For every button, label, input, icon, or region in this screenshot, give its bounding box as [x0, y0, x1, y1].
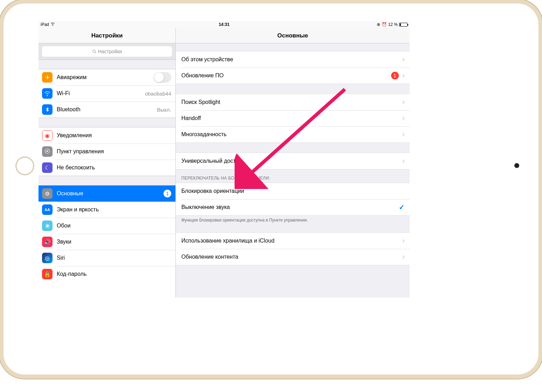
spacer — [39, 118, 175, 127]
cell-about[interactable]: Об этом устройстве › — [176, 51, 410, 68]
cell-label: Выключение звука — [181, 204, 399, 210]
chevron-right-icon: › — [402, 131, 405, 138]
device-label: iPad — [41, 22, 49, 27]
chevron-right-icon: › — [402, 157, 405, 165]
sidebar-title: Настройки — [39, 28, 175, 43]
sidebar-item-label: Siri — [57, 255, 171, 261]
lock-icon: 🔒 — [42, 269, 53, 279]
search-placeholder: Настройки — [98, 49, 122, 54]
group-accessibility: Универсальный доступ › — [176, 153, 410, 169]
cell-label: Обновление контента — [181, 254, 402, 260]
clock: 14:31 — [219, 22, 230, 27]
cell-label: Обновление ПО — [181, 72, 391, 79]
sidebar-item-wallpaper[interactable]: ❀ Обои — [39, 218, 175, 234]
cell-label: Блокировка ориентации — [181, 188, 405, 194]
bluetooth-icon — [42, 104, 53, 115]
sidebar-item-label: Звуки — [57, 239, 171, 245]
ipad-frame: iPad 14:31 ⊗ ⏰ 12 % Настройки Нас — [4, 4, 538, 374]
bluetooth-value: Выкл. — [157, 107, 171, 113]
spacer — [39, 59, 175, 69]
detail-scroll[interactable]: Об этом устройстве › Обновление ПО 1 › П… — [176, 43, 410, 298]
sidebar-item-notifications[interactable]: ◉ Уведомления — [39, 127, 175, 144]
cell-label: Многозадачность — [181, 131, 402, 138]
airplane-icon: ✈ — [42, 72, 53, 83]
checkmark-icon: ✓ — [399, 203, 405, 211]
cell-storage-icloud[interactable]: Использование хранилища и iCloud › — [176, 233, 410, 249]
chevron-right-icon: › — [402, 56, 405, 63]
cell-handoff[interactable]: Handoff › — [176, 110, 410, 126]
battery-icon — [399, 23, 408, 27]
sidebar-item-wifi[interactable]: Wi-Fi obaobab44 — [39, 85, 175, 102]
search-icon — [92, 49, 97, 54]
sidebar-item-label: Авиарежим — [57, 74, 154, 80]
cell-accessibility[interactable]: Универсальный доступ › — [176, 153, 410, 169]
battery-text: 12 % — [388, 22, 398, 27]
sidebar-item-label: Обои — [57, 223, 171, 229]
sidebar-item-passcode[interactable]: 🔒 Код-пароль — [39, 266, 175, 282]
sidebar-item-sounds[interactable]: 🔊 Звуки — [39, 234, 175, 250]
cell-background-refresh[interactable]: Обновление контента › — [176, 249, 410, 265]
sidebar-item-label: Уведомления — [57, 132, 171, 139]
front-camera — [514, 163, 519, 168]
sidebar-item-airplane[interactable]: ✈ Авиарежим — [39, 69, 175, 85]
sidebar-item-label: Не беспокоить — [57, 164, 171, 171]
badge: 1 — [164, 190, 171, 197]
cell-label: Handoff — [181, 115, 402, 121]
dnd-icon: ☾ — [42, 162, 53, 173]
sidebar-item-label: Bluetooth — [57, 106, 157, 113]
screen: iPad 14:31 ⊗ ⏰ 12 % Настройки Нас — [39, 21, 410, 298]
detail-title: Основные — [176, 28, 410, 43]
cell-software-update[interactable]: Обновление ПО 1 › — [176, 68, 410, 84]
sidebar-item-label: Экран и яркость — [57, 206, 171, 213]
badge: 1 — [391, 72, 399, 79]
orientation-lock-icon: ⊗ — [377, 22, 380, 27]
cell-label: Об этом устройстве — [181, 56, 402, 63]
cell-multitasking[interactable]: Многозадачность › — [176, 126, 410, 142]
cell-mute[interactable]: Выключение звука ✓ — [176, 199, 410, 215]
sidebar-item-label: Пункт управления — [57, 148, 171, 155]
cell-label: Использование хранилища и iCloud — [181, 238, 402, 244]
airplane-toggle[interactable] — [154, 72, 171, 83]
group-spotlight: Поиск Spotlight › Handoff › Многозадачно… — [176, 94, 410, 143]
sidebar-item-display[interactable]: AA Экран и яркость — [39, 202, 175, 218]
control-center-icon: ⦿ — [42, 146, 53, 157]
sidebar-item-bluetooth[interactable]: Bluetooth Выкл. — [39, 102, 175, 118]
sidebar-item-general[interactable]: ⚙ Основные 1 — [39, 186, 175, 202]
wallpaper-icon: ❀ — [42, 220, 53, 231]
chevron-right-icon: › — [402, 237, 405, 245]
search-wrap: Настройки — [39, 43, 175, 59]
alarm-icon: ⏰ — [382, 22, 387, 27]
cell-spotlight[interactable]: Поиск Spotlight › — [176, 94, 410, 110]
chevron-right-icon: › — [402, 253, 405, 261]
sidebar-item-label: Основные — [57, 190, 164, 197]
wifi-icon — [50, 22, 55, 27]
chevron-right-icon: › — [402, 72, 405, 79]
sidebar-item-label: Wi-Fi — [57, 90, 145, 97]
notifications-icon: ◉ — [42, 130, 53, 141]
status-bar: iPad 14:31 ⊗ ⏰ 12 % — [39, 21, 410, 28]
sidebar: Настройки Настройки ✈ Авиарежим Wi-Fi — [39, 28, 176, 298]
gear-icon: ⚙ — [42, 188, 53, 199]
chevron-right-icon: › — [402, 114, 405, 122]
wifi-icon — [42, 88, 53, 99]
group-label: ПЕРЕКЛЮЧАТЕЛЬ НА БОКОВОЙ ПАНЕЛИ: — [176, 169, 410, 183]
sidebar-item-dnd[interactable]: ☾ Не беспокоить — [39, 160, 175, 176]
group-about: Об этом устройстве › Обновление ПО 1 › — [176, 51, 410, 84]
spacer — [39, 176, 175, 186]
sidebar-item-siri[interactable]: ◎ Siri — [39, 250, 175, 266]
group-side-switch: Блокировка ориентации Выключение звука ✓ — [176, 183, 410, 216]
chevron-right-icon: › — [402, 98, 405, 106]
group-storage: Использование хранилища и iCloud › Обнов… — [176, 232, 410, 265]
sidebar-item-label: Код-пароль — [57, 271, 171, 277]
siri-icon: ◎ — [42, 253, 53, 263]
cell-lock-rotation[interactable]: Блокировка ориентации — [176, 183, 410, 199]
display-icon: AA — [42, 204, 53, 215]
cell-label: Универсальный доступ — [181, 158, 402, 164]
sidebar-item-control-center[interactable]: ⦿ Пункт управления — [39, 144, 175, 160]
cell-label: Поиск Spotlight — [181, 99, 402, 105]
search-input[interactable]: Настройки — [42, 46, 172, 57]
sounds-icon: 🔊 — [42, 237, 53, 247]
detail-panel: Основные Об этом устройстве › Обновление… — [176, 28, 410, 298]
wifi-value: obaobab44 — [145, 91, 171, 97]
home-button[interactable] — [16, 158, 33, 174]
